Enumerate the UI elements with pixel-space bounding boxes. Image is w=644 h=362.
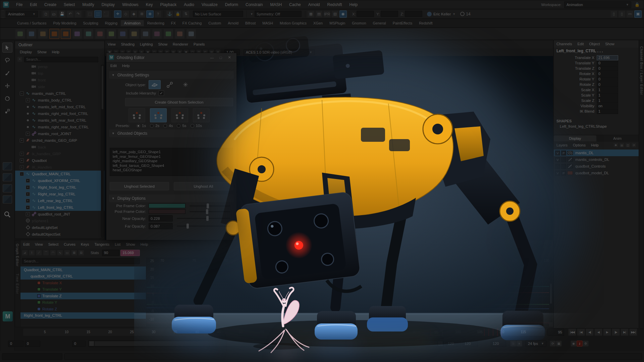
menu-mash[interactable]: MASH bbox=[266, 2, 285, 7]
graph-toolbar-icon-0[interactable]: ⊿ bbox=[22, 250, 28, 256]
channel-row-visibility[interactable]: Visibilityon bbox=[554, 103, 639, 109]
shelf-icon-2[interactable] bbox=[38, 29, 48, 39]
file-icon[interactable]: 💾 bbox=[58, 10, 66, 18]
maximize-button[interactable]: □ bbox=[216, 56, 225, 60]
channel-row-rotate-x[interactable]: Rotate X0 bbox=[554, 71, 639, 76]
workspace-dropdown[interactable]: Animation▼ bbox=[564, 1, 631, 8]
ghost-step-option-3[interactable] bbox=[193, 108, 210, 122]
time-editor-vertical-tab[interactable]: Time Editor bbox=[15, 270, 19, 298]
outliner-item-mantis_body_ctrl[interactable]: +∿mantis_body_CTRL bbox=[15, 97, 104, 104]
menu-visualize[interactable]: Visualize bbox=[198, 2, 221, 7]
graph-tree-quadbot_main_ctrl[interactable]: Quadbot_MAIN_CTRL bbox=[20, 266, 146, 273]
play-forwards-button[interactable]: ▶ bbox=[603, 328, 611, 336]
outliner-item-mantis_main_ctrl[interactable]: −∿mantis_main_CTRL bbox=[15, 90, 104, 97]
current-time-field[interactable]: 95 bbox=[547, 328, 564, 336]
outliner-item-mantis_left_mid_foot_ctrl[interactable]: ∿mantis_left_mid_foot_CTRL bbox=[15, 104, 104, 110]
locator-type-icon[interactable]: ✳ bbox=[179, 80, 192, 89]
post-frame-color-slider[interactable] bbox=[190, 211, 230, 212]
clock-widget[interactable]: 14 bbox=[460, 12, 470, 16]
ghosting-settings-header[interactable]: ▼Ghosting Settings bbox=[109, 71, 234, 79]
graph-toolbar-icon-1[interactable]: ⌇ bbox=[29, 250, 35, 256]
channel-row-rotate-y[interactable]: Rotate Y0 bbox=[554, 76, 639, 82]
anim-layer-icon[interactable]: ≡ bbox=[516, 341, 522, 347]
shelf-tab-fx-caching[interactable]: FX Caching bbox=[179, 20, 205, 26]
menu-modify[interactable]: Modify bbox=[78, 2, 98, 7]
shelf-icon-12[interactable] bbox=[152, 29, 162, 39]
four-pane-layout[interactable] bbox=[3, 184, 12, 192]
graph-toolbar-icon-3[interactable]: ⌒ bbox=[43, 250, 49, 256]
shelf-icon-15[interactable] bbox=[186, 29, 196, 39]
playback-speed-icon[interactable]: ⟳ bbox=[550, 341, 556, 347]
outliner-item-back[interactable]: back bbox=[15, 144, 104, 150]
outliner-item-mantis_right_rear_foot_ctrl[interactable]: ∿mantis_right_rear_foot_CTRL bbox=[15, 124, 104, 130]
graph-search-input[interactable] bbox=[24, 259, 138, 263]
expand-expander[interactable]: + bbox=[20, 152, 24, 156]
layer-playback-toggle[interactable]: P bbox=[561, 171, 566, 176]
outliner-item-defaultlightset[interactable]: defaultLightSet bbox=[15, 224, 104, 231]
coord-input-2[interactable] bbox=[405, 11, 422, 17]
outliner-item-left_front_leg_ctrl[interactable]: +∿Left_front_leg_CTRL bbox=[15, 204, 104, 211]
outliner-search-input[interactable] bbox=[26, 57, 96, 61]
shelf-icon-9[interactable] bbox=[118, 29, 128, 39]
layer-row-mantis_controls_dl[interactable]: Vmantis_controls_DL bbox=[554, 156, 639, 163]
close-button[interactable]: ✕ bbox=[225, 55, 234, 60]
graph-tree-translate-y[interactable]: Translate Y bbox=[20, 286, 146, 293]
outliner-item-side[interactable]: side bbox=[15, 83, 104, 90]
create-ghost-button[interactable]: Create Ghost from Selection bbox=[125, 98, 233, 106]
expand-expander[interactable]: + bbox=[26, 185, 30, 189]
outliner-item-defaultobjectset[interactable]: defaultObjectSet bbox=[15, 231, 104, 238]
mute-audio-icon[interactable]: ◉ bbox=[571, 341, 577, 347]
shelf-icon-14[interactable] bbox=[175, 29, 185, 39]
layer-row-quadbot_controls[interactable]: quadbot_Controls bbox=[554, 163, 639, 170]
shelf-tab-poly-modeling[interactable]: Poly Modeling bbox=[50, 20, 79, 26]
outliner-menu-help[interactable]: Help bbox=[49, 50, 62, 54]
near-opacity-field[interactable]: 0.228 bbox=[149, 215, 173, 222]
graph-menu-list[interactable]: List bbox=[112, 242, 123, 246]
outliner-item-right_rear_leg_ctrl[interactable]: +∿Right_rear_leg_CTRL bbox=[15, 191, 104, 197]
channel-value[interactable]: 0 bbox=[597, 66, 618, 71]
history-icon[interactable]: ⇅ bbox=[182, 10, 190, 18]
lasso-tool[interactable] bbox=[2, 55, 12, 65]
channel-value[interactable]: 1 bbox=[597, 98, 618, 103]
aux-frame-field[interactable]: 0 bbox=[72, 341, 86, 347]
preset-5s[interactable]: 5s bbox=[173, 124, 186, 128]
layer-toolbar-icon-0[interactable]: ✚ bbox=[613, 142, 619, 148]
shelf-icon-5[interactable] bbox=[72, 29, 82, 39]
layer-playback-toggle[interactable]: P bbox=[561, 150, 566, 156]
layer-tab-anim[interactable]: Anim bbox=[596, 135, 639, 141]
ghost-step-option-1[interactable] bbox=[150, 108, 167, 122]
graph-toolbar-icon-6[interactable]: ▭ bbox=[64, 250, 70, 256]
shelf-tab-sculpting[interactable]: Sculpting bbox=[80, 20, 102, 26]
move-tool[interactable] bbox=[2, 81, 12, 91]
menu-file[interactable]: File bbox=[12, 2, 26, 7]
anim-start-field[interactable]: 0 bbox=[8, 341, 23, 347]
shelf-tab-rendering[interactable]: Rendering bbox=[144, 20, 168, 26]
expand-expander[interactable]: + bbox=[26, 199, 30, 203]
channel-value[interactable]: 0 bbox=[597, 77, 618, 82]
graph-menu-tangents[interactable]: Tangents bbox=[92, 242, 112, 246]
step-forward-key-button[interactable]: ▶| bbox=[621, 328, 629, 336]
layer-color-swatch[interactable] bbox=[567, 158, 573, 162]
viewport-menu-panels[interactable]: Panels bbox=[191, 42, 208, 46]
snap-icon[interactable]: ? bbox=[154, 10, 162, 18]
outliner-item-quadbot[interactable]: +Quadbot bbox=[15, 157, 104, 164]
viewport-menu-shading[interactable]: Shading bbox=[118, 42, 137, 46]
range-handle-right[interactable] bbox=[438, 341, 443, 346]
outliner-persp-layout[interactable] bbox=[3, 195, 12, 203]
channel-box-layer-editor-tab[interactable]: Channel Box / Layer Editor bbox=[639, 43, 644, 99]
channel-row-scale-x[interactable]: Scale X1 bbox=[554, 87, 639, 93]
outliner-item-persp[interactable]: persp bbox=[15, 63, 104, 70]
shelf-tab-custom[interactable]: Custom bbox=[205, 20, 224, 26]
history-icon[interactable]: 🔒 bbox=[174, 10, 181, 18]
shelf-icon-11[interactable] bbox=[141, 29, 151, 39]
channel-value[interactable]: 0 bbox=[597, 71, 618, 76]
preset-radio[interactable] bbox=[191, 124, 194, 128]
mesh-type-icon[interactable] bbox=[149, 80, 161, 89]
preset-1s[interactable]: 1s bbox=[132, 124, 146, 128]
sidebar-toggle-icon[interactable]: ▭ bbox=[626, 10, 634, 18]
single-pane-layout[interactable] bbox=[3, 162, 12, 170]
stats-frame-field[interactable]: 90 bbox=[102, 250, 119, 256]
coord-input-1[interactable] bbox=[381, 11, 398, 17]
menu-audio[interactable]: Audio bbox=[180, 2, 198, 7]
file-icon[interactable]: ↷ bbox=[74, 10, 82, 18]
